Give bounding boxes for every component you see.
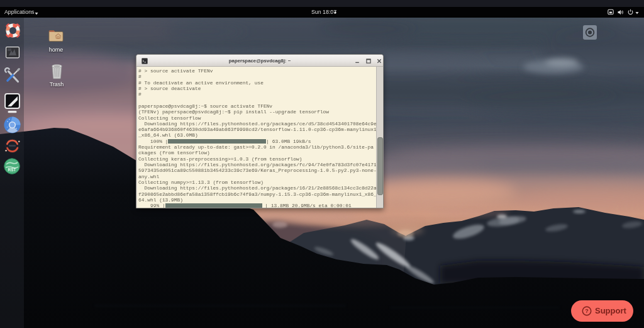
svg-text:RST: RST [8,167,16,172]
svg-text:?: ? [585,308,589,314]
